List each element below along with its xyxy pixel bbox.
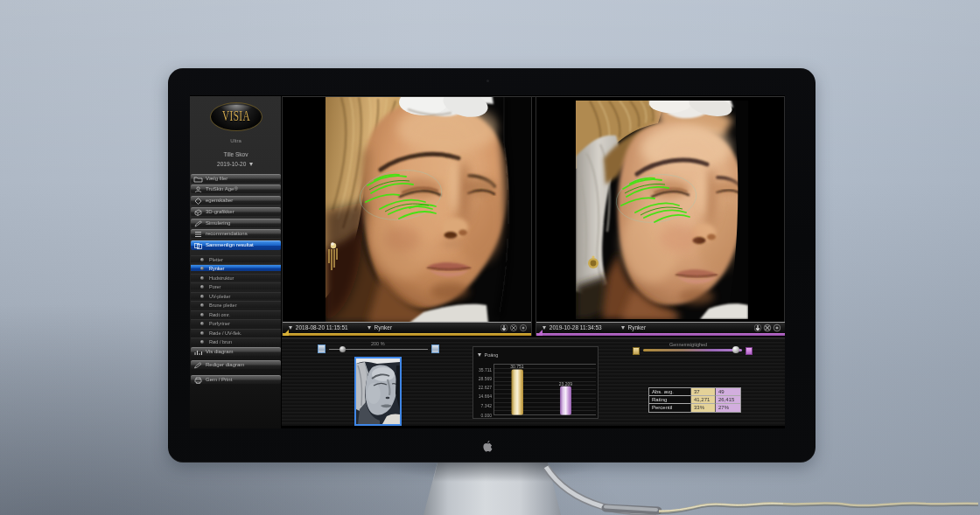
svg-text:35.711: 35.711 bbox=[479, 367, 492, 372]
svg-text:23.209: 23.209 bbox=[559, 381, 573, 386]
svg-text:22.627: 22.627 bbox=[479, 385, 493, 390]
svg-text:28.569: 28.569 bbox=[479, 376, 493, 381]
svg-text:0.000: 0.000 bbox=[480, 413, 492, 418]
svg-text:14.664: 14.664 bbox=[479, 393, 493, 399]
svg-text:30.751: 30.751 bbox=[510, 364, 524, 369]
svg-text:7.342: 7.342 bbox=[480, 403, 492, 408]
